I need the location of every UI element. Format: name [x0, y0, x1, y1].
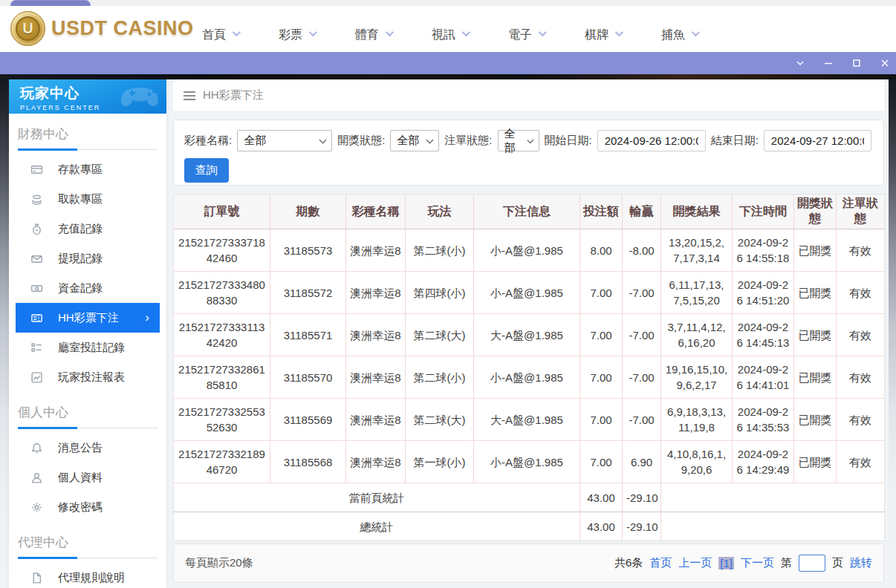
nav-item-label: 視訊 [432, 27, 455, 43]
sidebar-item-gear[interactable]: 修改密碼› [16, 492, 160, 522]
close-icon[interactable] [880, 58, 890, 68]
sidebar-item-label: 存款專區 [58, 163, 103, 177]
sidebar-item-label: 充值記錄 [58, 222, 103, 236]
table-cell: 19,16,15,10,9,6,2,17 [661, 356, 733, 399]
sidebar-item-user[interactable]: 個人資料› [16, 463, 160, 492]
summary-empty [661, 512, 885, 541]
bets-table: 訂單號期數彩種名稱玩法下注信息投注額輸贏開獎結果下注時間開獎狀態注單狀態2152… [173, 194, 885, 541]
table-cell: 2152172733218946720 [174, 441, 270, 483]
summary-winloss-total: -29.10 [623, 512, 661, 541]
table-cell: 第四球(小) [406, 272, 474, 314]
table-cell: 第二球(小) [406, 356, 474, 399]
table-cell: 2024-09-26 14:45:13 [733, 314, 794, 356]
table-cell: -7.00 [623, 314, 661, 356]
search-button[interactable]: 查詢 [184, 158, 229, 183]
table-cell: 有效 [837, 399, 885, 441]
page-jump-input[interactable] [799, 555, 825, 572]
sidebar-item-bell[interactable]: 消息公告› [16, 433, 160, 463]
hamburger-menu-icon[interactable] [184, 89, 195, 102]
summary-row: 總統計43.00-29.10 [174, 512, 885, 541]
table-cell: 2024-09-26 14:51:20 [733, 272, 794, 314]
browser-tab[interactable] [10, 0, 91, 6]
table-cell: 2024-09-26 14:29:49 [733, 441, 794, 483]
table-cell: 7.00 [580, 272, 623, 314]
summary-winloss-total: -29.10 [623, 483, 661, 512]
minimize-icon[interactable] [823, 58, 834, 68]
table-cell: 澳洲幸运8 [346, 399, 406, 441]
table-cell: 7.00 [580, 441, 623, 483]
table-cell: 小-A盤@1.985 [474, 229, 580, 272]
withdraw-hand-icon [30, 193, 43, 206]
start-date-input[interactable] [597, 130, 706, 151]
table-cell: -7.00 [623, 399, 661, 441]
sidebar-item-list-record[interactable]: 廳室投註記錄› [16, 333, 160, 362]
window-controls [795, 52, 890, 74]
table-cell: 已開獎 [794, 314, 837, 356]
table-cell: 2152172733311342420 [174, 314, 270, 356]
sidebar-item-label: 修改密碼 [58, 500, 103, 514]
table-cell: 已開獎 [794, 272, 837, 314]
sidebar-item-document[interactable]: 代理規則說明› [16, 563, 160, 588]
bell-icon [30, 442, 43, 454]
table-cell: 7.00 [580, 399, 623, 441]
nav-item-6[interactable]: 棋牌 [585, 27, 621, 43]
draw-status-select[interactable]: 全部 [390, 130, 439, 151]
pagination-bar: 每頁顯示20條 共6条 首页 上一页 [1] 下一页 第 页 跳转 [173, 543, 884, 583]
table-row: 215217273337184246031185573澳洲幸运8第二球(小)小-… [174, 229, 885, 272]
end-date-input[interactable] [764, 130, 871, 151]
prev-page-link[interactable]: 上一页 [678, 556, 712, 570]
list-record-icon [30, 342, 43, 354]
start-date-label: 開始日期: [545, 134, 592, 148]
nav-item-label: 首頁 [202, 27, 226, 43]
table-cell: 13,20,15,2,7,17,3,14 [661, 229, 733, 272]
nav-item-1[interactable]: 首頁 [202, 27, 238, 43]
table-cell: 6,9,18,3,13,11,19,8 [661, 399, 733, 441]
nav-item-3[interactable]: 體育 [355, 27, 392, 43]
table-cell: 8.00 [580, 229, 623, 272]
lottery-ticket-icon [30, 312, 43, 324]
nav-item-2[interactable]: 彩票 [279, 27, 315, 43]
collapse-chevron-icon[interactable] [795, 58, 805, 68]
chevron-down-icon [527, 136, 533, 143]
column-header: 下注信息 [474, 195, 580, 229]
column-header: 開獎狀態 [794, 195, 837, 229]
table-cell: 2024-09-26 14:41:01 [733, 356, 794, 399]
sidebar-item-moneybag[interactable]: 充值記錄› [16, 214, 160, 244]
sidebar-item-withdraw-hand[interactable]: 取款專區› [16, 184, 160, 214]
table-cell: 有效 [837, 272, 885, 314]
nav-item-5[interactable]: 電子 [508, 27, 545, 43]
jump-button[interactable]: 跳转 [850, 556, 872, 570]
table-cell: 4,10,8,16,1,9,20,6 [661, 441, 733, 483]
sidebar-item-label: 個人資料 [58, 471, 103, 485]
next-page-link[interactable]: 下一页 [741, 556, 774, 570]
brand-logo[interactable]: U USDT CASINO [10, 11, 194, 46]
sidebar-item-banknote[interactable]: 資金記錄› [16, 273, 160, 303]
lottery-type-select[interactable]: 全部 [237, 130, 332, 151]
sidebar-item-label: 玩家投注報表 [58, 370, 125, 385]
brand-name: USDT CASINO [51, 17, 194, 40]
app-window: U USDT CASINO 首頁彩票體育視訊電子棋牌捕魚 玩家中心 PLAYER… [0, 0, 896, 588]
order-status-select[interactable]: 全部 [498, 130, 539, 151]
table-cell: 大-A盤@1.985 [474, 314, 580, 356]
sidebar-item-report-chart[interactable]: 玩家投注報表› [16, 362, 160, 392]
cash-out-icon [30, 252, 43, 265]
nav-item-label: 棋牌 [585, 27, 608, 43]
window-titlebar [0, 52, 896, 74]
first-page-link[interactable]: 首页 [649, 556, 672, 570]
nav-item-7[interactable]: 捕魚 [661, 27, 698, 43]
sidebar-item-lottery-ticket[interactable]: HH彩票下注› [16, 303, 160, 333]
table-cell: 有效 [837, 356, 885, 399]
dark-background-strip [0, 74, 896, 79]
table-cell: 2152172733286185810 [174, 356, 270, 399]
table-cell: 澳洲幸运8 [346, 229, 406, 272]
gear-icon [30, 501, 43, 514]
sidebar-item-deposit-card[interactable]: 存款專區› [16, 154, 160, 184]
maximize-icon[interactable] [851, 58, 862, 68]
table-row: 215217273328618581031185570澳洲幸运8第二球(小)小-… [174, 356, 885, 399]
table-cell: 已開獎 [794, 441, 837, 483]
sidebar-item-label: 資金記錄 [58, 281, 103, 295]
sidebar-item-cash-out[interactable]: 提現記錄› [16, 244, 160, 273]
nav-item-4[interactable]: 視訊 [432, 27, 468, 43]
sidebar-item-label: HH彩票下注 [58, 311, 119, 325]
section-underline [18, 556, 158, 558]
